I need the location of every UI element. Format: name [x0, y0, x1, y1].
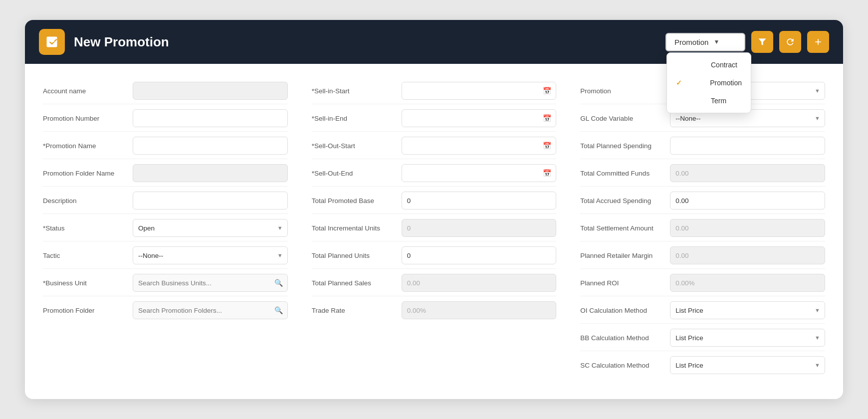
promotion-folder-input[interactable]	[133, 301, 288, 319]
trade-rate-input[interactable]	[402, 301, 557, 319]
dropdown-item-term[interactable]: Term	[667, 92, 751, 110]
svg-rect-0	[51, 39, 52, 42]
business-unit-input[interactable]	[133, 274, 288, 292]
filter-button[interactable]	[751, 31, 773, 53]
total-committed-funds-label: Total Committed Funds	[580, 170, 670, 177]
account-name-input[interactable]	[133, 82, 288, 100]
trade-rate-row: Trade Rate	[312, 297, 557, 323]
sell-out-start-row: *Sell-Out-Start 📅	[312, 133, 557, 159]
total-incremental-units-input[interactable]	[402, 219, 557, 237]
promotion-folder-label: Promotion Folder	[43, 307, 133, 314]
promotion-folder-name-input[interactable]	[133, 164, 288, 182]
term-label: Term	[711, 97, 742, 105]
dropdown-item-contract[interactable]: Contract	[667, 56, 751, 74]
total-promoted-base-input[interactable]	[402, 192, 557, 210]
total-accrued-spending-row: Total Accrued Spending	[580, 188, 825, 214]
total-settlement-amount-row: Total Settlement Amount	[580, 215, 825, 241]
dropdown-item-promotion[interactable]: ✓ Promotion	[667, 74, 751, 92]
promotion-name-input[interactable]	[133, 137, 288, 155]
business-unit-label: *Business Unit	[43, 279, 133, 287]
total-incremental-units-label: Total Incremental Units	[312, 224, 402, 232]
sell-out-start-wrapper: 📅	[402, 137, 557, 155]
form-column-1: Account name Promotion Number *Promotion…	[43, 78, 288, 378]
status-row: *Status Open Closed Cancelled ▼	[43, 215, 288, 241]
planned-retailer-margin-label: Planned Retailer Margin	[580, 252, 670, 259]
trade-rate-label: Trade Rate	[312, 307, 402, 314]
sell-out-end-label: *Sell-Out-End	[312, 170, 402, 177]
sell-out-start-input[interactable]	[402, 137, 557, 155]
total-accrued-spending-input[interactable]	[670, 192, 825, 210]
planned-roi-input[interactable]	[670, 274, 825, 292]
total-settlement-amount-input[interactable]	[670, 219, 825, 237]
oi-calculation-method-row: OI Calculation Method List Price ▼	[580, 297, 825, 324]
total-planned-units-label: Total Planned Units	[312, 252, 402, 259]
status-select[interactable]: Open Closed Cancelled	[133, 219, 288, 237]
bb-calculation-method-label: BB Calculation Method	[580, 334, 670, 342]
svg-rect-1	[49, 41, 54, 42]
total-planned-sales-label: Total Planned Sales	[312, 279, 402, 287]
total-promoted-base-label: Total Promoted Base	[312, 197, 402, 205]
refresh-button[interactable]	[779, 31, 801, 53]
sell-in-end-row: *Sell-in-End 📅	[312, 105, 557, 132]
type-dropdown-selected: Promotion	[674, 38, 708, 46]
promotion-folder-row: Promotion Folder 🔍	[43, 297, 288, 323]
total-accrued-spending-label: Total Accrued Spending	[580, 197, 670, 205]
account-name-row: Account name	[43, 78, 288, 104]
total-planned-spending-label: Total Planned Spending	[580, 142, 670, 150]
sc-calculation-method-label: SC Calculation Method	[580, 362, 670, 369]
header-actions: Promotion ▼ Contract ✓ Promotion Term	[665, 31, 829, 53]
description-input[interactable]	[133, 192, 288, 210]
dropdown-arrow-icon: ▼	[713, 38, 736, 45]
promotion-number-input[interactable]	[133, 109, 288, 127]
description-label: Description	[43, 197, 133, 205]
page-title: New Promotion	[74, 34, 665, 50]
planned-roi-row: Planned ROI	[580, 270, 825, 296]
tactic-label: Tactic	[43, 252, 133, 259]
promotion-label: Promotion	[710, 79, 742, 87]
sell-out-end-input[interactable]	[402, 164, 557, 182]
planned-roi-label: Planned ROI	[580, 279, 670, 287]
add-button[interactable]	[807, 31, 829, 53]
sell-in-start-row: *Sell-in-Start 📅	[312, 78, 557, 104]
main-card: New Promotion Promotion ▼ Contract ✓ Pro…	[25, 20, 843, 399]
total-committed-funds-input[interactable]	[670, 164, 825, 182]
contract-label: Contract	[711, 61, 742, 69]
type-dropdown-menu: Contract ✓ Promotion Term	[666, 52, 751, 113]
total-planned-spending-input[interactable]	[670, 137, 825, 155]
planned-retailer-margin-input[interactable]	[670, 246, 825, 264]
bb-calculation-method-select[interactable]: List Price	[670, 329, 825, 347]
sc-calculation-method-select[interactable]: List Price	[670, 356, 825, 374]
sell-out-end-wrapper: 📅	[402, 164, 557, 182]
promotion-name-row: *Promotion Name	[43, 133, 288, 159]
business-unit-input-wrapper: 🔍	[133, 274, 288, 292]
promotion-folder-input-wrapper: 🔍	[133, 301, 288, 319]
description-row: Description	[43, 188, 288, 214]
promotion-number-label: Promotion Number	[43, 115, 133, 122]
form-column-3: Promotion --None-- ▼ GL Code Variable --…	[580, 78, 825, 378]
total-committed-funds-row: Total Committed Funds	[580, 160, 825, 187]
new-promotion-icon	[39, 29, 65, 55]
sell-in-end-label: *Sell-in-End	[312, 115, 402, 122]
header: New Promotion Promotion ▼ Contract ✓ Pro…	[25, 20, 843, 64]
total-planned-sales-input[interactable]	[402, 274, 557, 292]
sell-in-start-input[interactable]	[402, 82, 557, 100]
sell-in-end-input[interactable]	[402, 109, 557, 127]
promotion-type-label: Promotion	[580, 87, 670, 95]
total-planned-spending-row: Total Planned Spending	[580, 133, 825, 159]
tactic-row: Tactic --None-- ▼	[43, 242, 288, 269]
total-planned-sales-row: Total Planned Sales	[312, 270, 557, 296]
tactic-select[interactable]: --None--	[133, 246, 288, 264]
tactic-select-wrapper: --None-- ▼	[133, 246, 288, 264]
oi-calculation-method-select[interactable]: List Price	[670, 301, 825, 319]
total-settlement-amount-label: Total Settlement Amount	[580, 224, 670, 232]
type-dropdown[interactable]: Promotion ▼ Contract ✓ Promotion Term	[665, 33, 745, 51]
total-planned-units-input[interactable]	[402, 246, 557, 264]
oi-calculation-method-label: OI Calculation Method	[580, 307, 670, 314]
total-planned-units-row: Total Planned Units	[312, 242, 557, 269]
total-promoted-base-row: Total Promoted Base	[312, 188, 557, 214]
sell-in-start-label: *Sell-in-Start	[312, 87, 402, 95]
status-select-wrapper: Open Closed Cancelled ▼	[133, 219, 288, 237]
business-unit-row: *Business Unit 🔍	[43, 270, 288, 296]
total-incremental-units-row: Total Incremental Units	[312, 215, 557, 241]
bb-calculation-method-wrapper: List Price ▼	[670, 329, 825, 347]
